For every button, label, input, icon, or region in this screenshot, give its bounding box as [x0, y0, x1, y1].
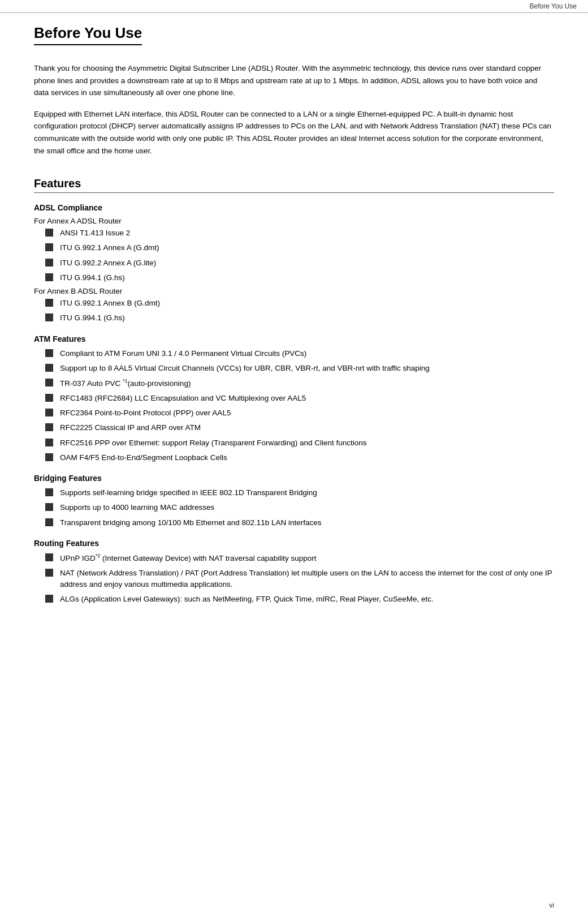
list-item-text: ITU G.992.1 Annex B (G.dmt): [60, 298, 160, 309]
bullet-icon: [45, 243, 53, 251]
bullet-icon: [45, 423, 53, 431]
list-item: RFC2516 PPP over Ethernet: support Relay…: [45, 437, 554, 449]
list-item: ITU G.994.1 (G.hs): [45, 272, 554, 283]
list-item: Supports up to 4000 learning MAC address…: [45, 502, 554, 513]
list-item-text: Supports self-learning bridge specified …: [60, 487, 317, 499]
list-item-text: RFC2364 Point-to-Point Protocol (PPP) ov…: [60, 407, 231, 419]
list-item: ITU G.992.1 Annex A (G.dmt): [45, 242, 554, 254]
list-item-text: TR-037 Auto PVC *1(auto-provisioning): [60, 377, 191, 389]
bullet-icon: [45, 453, 53, 461]
list-item-text: ITU G.992.2 Annex A (G.lite): [60, 257, 156, 269]
list-item: RFC2364 Point-to-Point Protocol (PPP) ov…: [45, 407, 554, 419]
features-section-title: Features: [34, 177, 554, 193]
list-item-text: ITU G.994.1 (G.hs): [60, 272, 125, 283]
routing-features-section: Routing Features UPnP IGD*2 (Internet Ga…: [34, 539, 554, 605]
superscript: *2: [96, 553, 101, 559]
list-item-text: ITU G.992.1 Annex A (G.dmt): [60, 242, 159, 254]
list-item-text: Support up to 8 AAL5 Virtual Circuit Cha…: [60, 363, 430, 374]
list-item-text: ALGs (Application Level Gateways): such …: [60, 594, 434, 605]
list-item-text: OAM F4/F5 End-to-End/Segment Loopback Ce…: [60, 452, 227, 463]
routing-features-list: UPnP IGD*2 (Internet Gateway Device) wit…: [45, 552, 554, 605]
list-item: NAT (Network Address Translation) / PAT …: [45, 568, 554, 591]
adsl-compliance-section: ADSL Compliance For Annex A ADSL Router …: [34, 203, 554, 324]
list-item-text: RFC2225 Classical IP and ARP over ATM: [60, 422, 201, 433]
superscript: *1: [123, 378, 128, 384]
bullet-icon: [45, 595, 53, 603]
atm-features-title: ATM Features: [34, 334, 554, 343]
list-item: ITU G.992.1 Annex B (G.dmt): [45, 298, 554, 309]
page-number-text: vi: [549, 901, 554, 909]
bullet-icon: [45, 273, 53, 281]
bullet-icon: [45, 313, 53, 321]
adsl-compliance-title: ADSL Compliance: [34, 203, 554, 212]
header-title: Before You Use: [530, 2, 577, 10]
bullet-icon: [45, 488, 53, 496]
annex-b-label: For Annex B ADSL Router: [34, 287, 554, 295]
list-item: ALGs (Application Level Gateways): such …: [45, 594, 554, 605]
footer-page-number: vi: [549, 901, 554, 909]
annex-b-list: ITU G.992.1 Annex B (G.dmt) ITU G.994.1 …: [45, 298, 554, 324]
bullet-icon: [45, 518, 53, 526]
list-item: RFC2225 Classical IP and ARP over ATM: [45, 422, 554, 433]
bridging-features-list: Supports self-learning bridge specified …: [45, 487, 554, 529]
list-item-text: NAT (Network Address Translation) / PAT …: [60, 568, 554, 591]
list-item: Compliant to ATM Forum UNI 3.1 / 4.0 Per…: [45, 348, 554, 359]
bridging-features-section: Bridging Features Supports self-learning…: [34, 474, 554, 529]
bullet-icon: [45, 503, 53, 511]
list-item: RFC1483 (RFC2684) LLC Encapsulation and …: [45, 393, 554, 404]
list-item-text: UPnP IGD*2 (Internet Gateway Device) wit…: [60, 552, 316, 564]
list-item: Supports self-learning bridge specified …: [45, 487, 554, 499]
bullet-icon: [45, 349, 53, 357]
page-title: Before You Use: [34, 24, 142, 45]
list-item: OAM F4/F5 End-to-End/Segment Loopback Ce…: [45, 452, 554, 463]
intro-para-1: Thank you for choosing the Asymmetric Di…: [34, 62, 554, 99]
header-bar: Before You Use: [0, 0, 588, 13]
bullet-icon: [45, 409, 53, 416]
atm-features-list: Compliant to ATM Forum UNI 3.1 / 4.0 Per…: [45, 348, 554, 464]
annex-a-list: ANSI T1.413 Issue 2 ITU G.992.1 Annex A …: [45, 227, 554, 283]
list-item: ITU G.994.1 (G.hs): [45, 312, 554, 324]
main-content: Before You Use Thank you for choosing th…: [0, 13, 588, 631]
list-item: ANSI T1.413 Issue 2: [45, 227, 554, 239]
list-item-text: ANSI T1.413 Issue 2: [60, 227, 130, 239]
list-item-text: RFC1483 (RFC2684) LLC Encapsulation and …: [60, 393, 306, 404]
bullet-icon: [45, 439, 53, 446]
annex-a-label: For Annex A ADSL Router: [34, 217, 554, 225]
bullet-icon: [45, 394, 53, 402]
list-item: Support up to 8 AAL5 Virtual Circuit Cha…: [45, 363, 554, 374]
list-item-text: Supports up to 4000 learning MAC address…: [60, 502, 214, 513]
list-item-text: Transparent bridging among 10/100 Mb Eth…: [60, 517, 322, 529]
intro-para-2: Equipped with Ethernet LAN interface, th…: [34, 108, 554, 157]
list-item-text: RFC2516 PPP over Ethernet: support Relay…: [60, 437, 367, 449]
list-item: ITU G.992.2 Annex A (G.lite): [45, 257, 554, 269]
atm-features-section: ATM Features Compliant to ATM Forum UNI …: [34, 334, 554, 464]
bullet-icon: [45, 379, 53, 386]
list-item: TR-037 Auto PVC *1(auto-provisioning): [45, 377, 554, 389]
bullet-icon: [45, 299, 53, 307]
list-item: UPnP IGD*2 (Internet Gateway Device) wit…: [45, 552, 554, 564]
list-item-text: Compliant to ATM Forum UNI 3.1 / 4.0 Per…: [60, 348, 306, 359]
routing-features-title: Routing Features: [34, 539, 554, 548]
bullet-icon: [45, 553, 53, 561]
bullet-icon: [45, 364, 53, 372]
bullet-icon: [45, 259, 53, 267]
list-item-text: ITU G.994.1 (G.hs): [60, 312, 125, 324]
list-item: Transparent bridging among 10/100 Mb Eth…: [45, 517, 554, 529]
bridging-features-title: Bridging Features: [34, 474, 554, 483]
bullet-icon: [45, 229, 53, 237]
bullet-icon: [45, 569, 53, 577]
